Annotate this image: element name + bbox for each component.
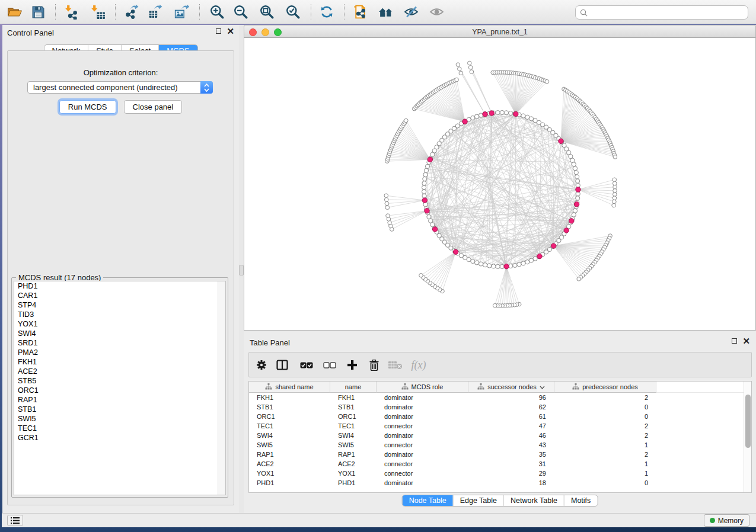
- cell-successor-nodes[interactable]: 61: [468, 413, 554, 420]
- criterion-dropdown[interactable]: largest connected component (undirected): [27, 81, 213, 94]
- cell-successor-nodes[interactable]: 18: [468, 479, 554, 486]
- close-panel-icon[interactable]: ✕: [227, 28, 234, 34]
- first-neighbors-icon[interactable]: [375, 2, 396, 22]
- cell-predecessor-nodes[interactable]: 0: [554, 403, 656, 411]
- tab-edge-table[interactable]: Edge Table: [453, 495, 503, 506]
- cell-successor-nodes[interactable]: 35: [468, 451, 554, 458]
- show-panels-button[interactable]: [7, 515, 23, 526]
- table-row[interactable]: PHD1PHD1dominator180: [249, 478, 751, 488]
- mcds-result-item[interactable]: SRD1: [14, 338, 225, 348]
- zoom-fit-icon[interactable]: [256, 2, 277, 22]
- export-table-icon[interactable]: [145, 2, 166, 22]
- tab-network-table[interactable]: Network Table: [503, 495, 564, 506]
- cell-predecessor-nodes[interactable]: 0: [554, 413, 656, 420]
- zoom-out-icon[interactable]: [230, 2, 251, 22]
- mcds-result-item[interactable]: PMA2: [14, 348, 225, 357]
- cell-predecessor-nodes[interactable]: 2: [554, 422, 656, 430]
- mcds-result-item[interactable]: PHD1: [14, 281, 225, 291]
- network-window-titlebar[interactable]: YPA_prune.txt_1: [244, 25, 756, 38]
- cell-name[interactable]: TEC1: [330, 422, 377, 430]
- cell-successor-nodes[interactable]: 43: [468, 441, 554, 448]
- cell-name[interactable]: ORC1: [330, 413, 377, 420]
- cell-name[interactable]: PHD1: [330, 479, 377, 486]
- splitter-grip[interactable]: [239, 265, 244, 275]
- column-header-name[interactable]: name: [330, 382, 377, 393]
- mcds-result-item[interactable]: TID3: [14, 310, 225, 319]
- table-row[interactable]: ACE2ACE2connector311: [249, 459, 751, 469]
- cell-name[interactable]: RAP1: [330, 451, 377, 458]
- mcds-result-item[interactable]: RAP1: [14, 395, 225, 405]
- select-all-columns-icon[interactable]: [297, 356, 316, 374]
- column-header-predecessor-nodes[interactable]: predecessor nodes: [554, 382, 656, 393]
- table-mode-gear-icon[interactable]: [252, 356, 271, 374]
- mcds-result-item[interactable]: STB5: [14, 376, 225, 386]
- tab-node-table[interactable]: Node Table: [403, 495, 453, 506]
- vertical-splitter[interactable]: [239, 25, 244, 513]
- mcds-result-item[interactable]: FKH1: [14, 357, 225, 367]
- cell-name[interactable]: SWI5: [330, 441, 377, 448]
- table-row[interactable]: FKH1FKH1dominator962: [249, 393, 751, 402]
- result-list-scrollbar[interactable]: [218, 281, 225, 495]
- float-panel-icon[interactable]: [216, 28, 221, 34]
- cell-shared-name[interactable]: FKH1: [249, 394, 330, 401]
- show-all-icon[interactable]: [426, 2, 447, 22]
- close-table-panel-icon[interactable]: ✕: [742, 338, 750, 344]
- export-network-icon[interactable]: [121, 2, 142, 22]
- table-scrollbar[interactable]: [744, 382, 751, 492]
- cell-successor-nodes[interactable]: 47: [468, 422, 554, 430]
- table-row[interactable]: STB1STB1dominator620: [249, 402, 751, 412]
- cell-shared-name[interactable]: ORC1: [249, 413, 330, 420]
- mcds-result-item[interactable]: CAR1: [14, 291, 225, 300]
- cell-MCDS-role[interactable]: connector: [377, 422, 468, 430]
- network-canvas[interactable]: [244, 38, 756, 331]
- cell-shared-name[interactable]: YOX1: [249, 470, 330, 477]
- cell-predecessor-nodes[interactable]: 2: [554, 394, 656, 401]
- delete-columns-icon[interactable]: [365, 356, 384, 374]
- cell-predecessor-nodes[interactable]: 1: [554, 460, 656, 467]
- mcds-result-item[interactable]: ACE2: [14, 367, 225, 376]
- cell-successor-nodes[interactable]: 31: [468, 460, 554, 467]
- deselect-all-columns-icon[interactable]: [320, 356, 339, 374]
- refresh-layout-icon[interactable]: [316, 2, 337, 22]
- save-session-icon[interactable]: [27, 2, 49, 22]
- cell-MCDS-role[interactable]: dominator: [377, 451, 468, 458]
- column-header-successor-nodes[interactable]: successor nodes: [468, 382, 554, 393]
- table-row[interactable]: SWI4SWI4dominator462: [249, 431, 751, 440]
- hide-selected-icon[interactable]: [400, 2, 422, 22]
- cell-shared-name[interactable]: PHD1: [249, 479, 330, 486]
- import-network-icon[interactable]: [62, 2, 83, 22]
- close-panel-button[interactable]: Close panel: [124, 100, 183, 114]
- cell-successor-nodes[interactable]: 96: [468, 394, 554, 401]
- cell-successor-nodes[interactable]: 62: [468, 403, 554, 411]
- open-file-icon[interactable]: [4, 2, 25, 22]
- cell-shared-name[interactable]: STB1: [249, 403, 330, 411]
- cell-predecessor-nodes[interactable]: 0: [554, 479, 656, 486]
- cell-predecessor-nodes[interactable]: 2: [554, 451, 656, 458]
- cell-predecessor-nodes[interactable]: 1: [554, 441, 656, 448]
- cell-name[interactable]: YOX1: [330, 470, 377, 477]
- cell-successor-nodes[interactable]: 46: [468, 432, 554, 439]
- table-row[interactable]: SWI5SWI5connector431: [249, 440, 751, 450]
- zoom-selected-icon[interactable]: [282, 2, 304, 22]
- create-column-icon[interactable]: [343, 356, 362, 374]
- table-row[interactable]: YOX1YOX1connector291: [249, 469, 751, 478]
- table-row[interactable]: TEC1TEC1connector472: [249, 421, 751, 431]
- mcds-result-item[interactable]: YOX1: [14, 319, 225, 329]
- cell-MCDS-role[interactable]: dominator: [377, 432, 468, 439]
- cell-name[interactable]: SWI4: [330, 432, 377, 439]
- cell-MCDS-role[interactable]: connector: [377, 441, 468, 448]
- cell-shared-name[interactable]: TEC1: [249, 422, 330, 430]
- cell-MCDS-role[interactable]: dominator: [377, 394, 468, 401]
- cell-shared-name[interactable]: ACE2: [249, 460, 330, 467]
- cell-MCDS-role[interactable]: connector: [377, 460, 468, 467]
- cell-name[interactable]: ACE2: [330, 460, 377, 467]
- column-header-MCDS-role[interactable]: MCDS role: [377, 382, 468, 393]
- memory-button[interactable]: Memory: [704, 514, 749, 527]
- cell-shared-name[interactable]: RAP1: [249, 451, 330, 458]
- cell-predecessor-nodes[interactable]: 1: [554, 470, 656, 477]
- mcds-result-item[interactable]: STB1: [14, 405, 225, 414]
- run-mcds-button[interactable]: Run MCDS: [59, 100, 116, 114]
- table-row[interactable]: ORC1ORC1dominator610: [249, 412, 751, 421]
- zoom-in-icon[interactable]: [206, 2, 228, 22]
- column-header-shared-name[interactable]: shared name: [249, 382, 330, 393]
